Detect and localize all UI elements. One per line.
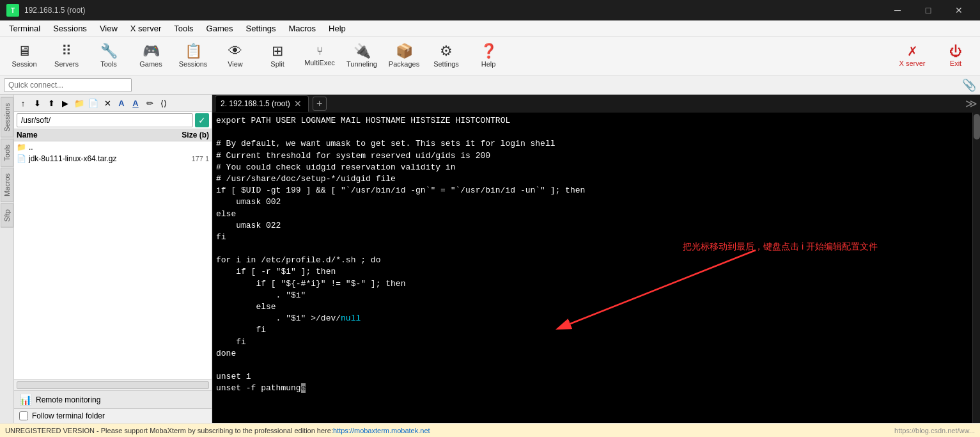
view-button[interactable]: 👁 View bbox=[215, 40, 256, 73]
new-tab-button[interactable]: + bbox=[313, 97, 327, 111]
follow-terminal[interactable]: Follow terminal folder bbox=[14, 408, 212, 423]
split-label: Split bbox=[270, 60, 284, 68]
exit-button[interactable]: ⏻ Exit bbox=[935, 40, 976, 73]
multiexec-label: MultiExec bbox=[304, 59, 335, 67]
menu-sessions[interactable]: Sessions bbox=[47, 22, 93, 35]
servers-button[interactable]: ⠿ Servers bbox=[46, 40, 87, 73]
term-line-14: if [ "${-#*i}" != "$-" ]; then bbox=[216, 278, 976, 290]
terminal-scroll-thumb[interactable] bbox=[974, 114, 980, 139]
help-icon: ❓ bbox=[480, 44, 497, 58]
term-line-20: done bbox=[216, 348, 976, 360]
sidebar-tab-sftp[interactable]: Sftp bbox=[1, 203, 13, 228]
sidebar-tab-macros[interactable]: Macros bbox=[1, 168, 13, 202]
minimize-button[interactable]: ─ bbox=[883, 0, 912, 20]
menu-view[interactable]: View bbox=[93, 22, 124, 35]
terminal-content[interactable]: export PATH USER LOGNAME MAIL HOSTNAME H… bbox=[212, 113, 980, 423]
menu-terminal[interactable]: Terminal bbox=[3, 22, 47, 35]
file-row-jdk[interactable]: 📄 jdk-8u111-linux-x64.tar.gz 177 1 bbox=[14, 153, 212, 164]
term-line-17: . "$i" >/dev/null bbox=[216, 313, 976, 324]
title-bar: T 192.168.1.5 (root) ─ □ ✕ bbox=[0, 0, 980, 20]
menu-tools[interactable]: Tools bbox=[167, 22, 199, 35]
file-edit-button[interactable]: ✏ bbox=[143, 97, 156, 109]
status-link[interactable]: https://mobaxterm.mobatek.net bbox=[333, 427, 430, 434]
term-line-2: # By default, we want umask to get set. … bbox=[216, 138, 976, 150]
help-button[interactable]: ❓ Help bbox=[468, 40, 509, 73]
sessions-icon: 📋 bbox=[185, 44, 202, 58]
menu-macros[interactable]: Macros bbox=[282, 22, 322, 35]
xserver-button[interactable]: ✗ X server bbox=[892, 40, 933, 73]
view-label: View bbox=[228, 60, 243, 68]
file-list-header: Name Size (b) bbox=[14, 129, 212, 141]
help-label: Help bbox=[481, 60, 496, 68]
follow-terminal-label: Follow terminal folder bbox=[32, 411, 105, 420]
file-size-jdk: 177 1 bbox=[164, 155, 209, 163]
app-icon: T bbox=[6, 4, 19, 17]
remote-monitoring-button[interactable]: 📊 Remote monitoring bbox=[14, 390, 212, 408]
menu-xserver[interactable]: X server bbox=[124, 22, 167, 35]
status-bar: UNREGISTERED VERSION - Please support Mo… bbox=[0, 423, 980, 437]
tools-button[interactable]: 🔧 Tools bbox=[88, 40, 129, 73]
tab-scroll-right[interactable]: ≫ bbox=[965, 97, 977, 111]
sessions-button[interactable]: 📋 Sessions bbox=[173, 40, 214, 73]
toolbar: 🖥 Session ⠿ Servers 🔧 Tools 🎮 Games 📋 Se… bbox=[0, 37, 980, 75]
quick-connect-input[interactable] bbox=[4, 78, 132, 92]
multiexec-icon: ⑂ bbox=[316, 45, 323, 57]
file-delete-button[interactable]: ✕ bbox=[101, 97, 114, 109]
term-line-4: # You could check uidgid reservation val… bbox=[216, 162, 976, 173]
path-ok-button[interactable]: ✓ bbox=[195, 113, 209, 127]
exit-icon: ⏻ bbox=[949, 45, 962, 58]
main-layout: Sessions Tools Macros Sftp ↑ ⬇ ⬆ ▶ 📁 📄 ✕… bbox=[0, 95, 980, 423]
terminal-annotation: 把光标移动到最后，键盘点击 i 开始编辑配置文件 bbox=[683, 241, 878, 253]
term-line-6: if [ $UID -gt 199 ] && [ "`/usr/bin/id -… bbox=[216, 185, 976, 196]
sidebar-tab-tools[interactable]: Tools bbox=[1, 139, 13, 167]
file-name-jdk: jdk-8u111-linux-x64.tar.gz bbox=[29, 154, 164, 163]
file-upload-button[interactable]: ⬆ bbox=[45, 97, 58, 109]
settings-button[interactable]: ⚙ Settings bbox=[426, 40, 467, 73]
close-button[interactable]: ✕ bbox=[944, 0, 974, 20]
games-button[interactable]: 🎮 Games bbox=[130, 40, 171, 73]
maximize-button[interactable]: □ bbox=[914, 0, 943, 20]
file-newfile-button[interactable]: 📄 bbox=[87, 97, 100, 109]
file-refresh-button[interactable]: A bbox=[129, 97, 142, 109]
tab-close-button[interactable]: ✕ bbox=[294, 99, 302, 109]
quick-connect-bar: 📎 bbox=[0, 75, 980, 95]
file-toolbar: ↑ ⬇ ⬆ ▶ 📁 📄 ✕ A A ✏ ⟨⟩ bbox=[14, 95, 212, 112]
menu-settings[interactable]: Settings bbox=[240, 22, 283, 35]
terminal-tab-active[interactable]: 2. 192.168.1.5 (root) ✕ bbox=[215, 95, 309, 112]
settings-icon: ⚙ bbox=[440, 44, 453, 58]
attachment-icon[interactable]: 📎 bbox=[962, 78, 976, 92]
term-line-1 bbox=[216, 127, 976, 138]
terminal-scrollbar[interactable] bbox=[972, 113, 980, 423]
menu-help[interactable]: Help bbox=[322, 22, 352, 35]
file-up-button[interactable]: ↑ bbox=[17, 97, 29, 109]
view-icon: 👁 bbox=[228, 44, 242, 58]
follow-terminal-checkbox[interactable] bbox=[19, 411, 28, 420]
tunneling-button[interactable]: 🔌 Tunneling bbox=[341, 40, 382, 73]
file-rename-button[interactable]: A bbox=[115, 97, 128, 109]
exit-label: Exit bbox=[950, 60, 961, 67]
session-button[interactable]: 🖥 Session bbox=[4, 40, 45, 73]
folder-icon: 📁 bbox=[17, 143, 26, 152]
file-filter-button[interactable]: ⟨⟩ bbox=[157, 97, 170, 109]
packages-button[interactable]: 📦 Packages bbox=[384, 40, 424, 73]
split-button[interactable]: ⊞ Split bbox=[257, 40, 298, 73]
split-icon: ⊞ bbox=[272, 44, 283, 58]
file-row-dotdot[interactable]: 📁 .. bbox=[14, 141, 212, 153]
sessions-label: Sessions bbox=[179, 60, 208, 68]
horizontal-scrollbar[interactable] bbox=[17, 381, 209, 389]
multiexec-button[interactable]: ⑂ MultiExec bbox=[299, 40, 340, 73]
left-sidebar: Sessions Tools Macros Sftp bbox=[0, 95, 14, 423]
menu-games[interactable]: Games bbox=[200, 22, 240, 35]
file-header-name: Name bbox=[17, 131, 164, 139]
window-controls: ─ □ ✕ bbox=[883, 0, 974, 20]
file-newfolder-button[interactable]: 📁 bbox=[73, 97, 86, 109]
file-download-button[interactable]: ⬇ bbox=[31, 97, 43, 109]
file-scroll-area bbox=[14, 379, 212, 390]
term-line-19: fi bbox=[216, 337, 976, 348]
servers-icon: ⠿ bbox=[61, 44, 72, 58]
sidebar-tab-sessions[interactable]: Sessions bbox=[1, 97, 13, 138]
menu-bar: Terminal Sessions View X server Tools Ga… bbox=[0, 20, 980, 37]
file-run-button[interactable]: ▶ bbox=[59, 97, 72, 109]
path-input[interactable] bbox=[17, 113, 193, 127]
file-list: 📁 .. 📄 jdk-8u111-linux-x64.tar.gz 177 1 bbox=[14, 141, 212, 379]
